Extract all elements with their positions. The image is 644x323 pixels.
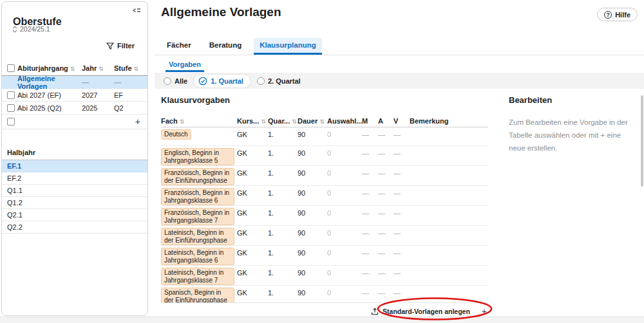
subtab-vorgaben[interactable]: Vorgaben: [166, 59, 204, 72]
fach-chip[interactable]: Lateinisch, Beginn in Jahrgangsklasse 7: [161, 268, 234, 285]
row-checkbox[interactable]: [7, 118, 15, 125]
cell-dauer: 90: [298, 247, 327, 257]
cell-a: —: [378, 287, 393, 297]
filter-label: Filter: [117, 42, 135, 50]
radio-2-quartal[interactable]: 2. Quartal: [257, 77, 301, 85]
cell-quartal: 1.: [268, 267, 298, 277]
cell-v: —: [393, 187, 410, 197]
page-title: Allgemeine Vorlagen: [161, 5, 281, 19]
fach-chip[interactable]: Französisch, Beginn in der Einführungsph…: [161, 168, 234, 185]
sort-icon[interactable]: ⇅: [261, 118, 266, 125]
table-row[interactable]: Lateinisch, Beginn in Jahrgangsklasse 7 …: [161, 266, 488, 286]
table-row[interactable]: Spanisch, Beginn in der Einführungsphase…: [161, 286, 488, 303]
main-content: Allgemeine Vorlagen ? Hilfe Fächer Berat…: [155, 0, 644, 317]
tab-klausurplanung[interactable]: Klausurplanung: [254, 38, 322, 55]
sort-icon[interactable]: ⇅: [70, 66, 75, 72]
tab-bar: Fächer Beratung Klausurplanung: [161, 38, 322, 55]
upload-icon: [371, 308, 379, 315]
cell-m: —: [362, 147, 378, 157]
help-button[interactable]: ? Hilfe: [597, 8, 638, 21]
footer-strip: [0, 317, 644, 323]
collapse-sidebar-icon[interactable]: [132, 6, 142, 14]
cell-m: —: [362, 287, 378, 297]
column-header-stufe[interactable]: Stufe⇅: [114, 64, 147, 72]
column-header-abiturjahrgang[interactable]: Abiturjahrgang⇅: [17, 64, 82, 72]
halbjahr-section: Halbjahr EF.1 EF.2 Q1.1 Q1.2 Q2.1 Q2.2: [2, 149, 147, 234]
cell-dauer: 90: [298, 167, 327, 177]
column-header-v[interactable]: V: [393, 117, 410, 125]
column-header-quartal[interactable]: Quar...⇅: [268, 117, 298, 125]
table-row[interactable]: Französisch, Beginn in der Einführungsph…: [161, 166, 488, 186]
table-row[interactable]: Französisch, Beginn in Jahrgangsklasse 6…: [161, 186, 488, 206]
add-vorgabe-button[interactable]: +: [482, 306, 487, 317]
tab-divider: [155, 55, 644, 55]
halbjahr-item-ef1[interactable]: EF.1: [2, 160, 147, 172]
fach-chip[interactable]: Spanisch, Beginn in der Einführungsphase: [161, 288, 234, 303]
cell-m: —: [362, 167, 378, 177]
cell-bemerkung: [410, 267, 488, 269]
sidebar-add-row: +: [2, 115, 147, 129]
fach-chip[interactable]: Deutsch: [161, 129, 191, 140]
cell-kursart: GK: [237, 287, 268, 297]
table-row[interactable]: Lateinisch, Beginn in Jahrgangsklasse 6 …: [161, 246, 488, 266]
column-header-auswahl[interactable]: Auswahl...: [327, 117, 362, 125]
filter-button[interactable]: Filter: [106, 42, 135, 50]
fach-chip[interactable]: Französisch, Beginn in Jahrgangsklasse 6: [161, 188, 234, 205]
fach-chip[interactable]: Englisch, Beginn in Jahrgangsklasse 5: [161, 148, 234, 165]
column-header-a[interactable]: A: [378, 117, 393, 125]
cell-dauer: 90: [298, 207, 327, 217]
column-header-jahr[interactable]: Jahr⇅: [82, 64, 114, 72]
cell-dauer: 90: [298, 287, 327, 297]
sort-icon[interactable]: ⇅: [99, 66, 104, 72]
cell-quartal: 1.: [268, 287, 298, 297]
table-row[interactable]: Französisch, Beginn in Jahrgangsklasse 7…: [161, 206, 488, 226]
sort-icon[interactable]: ⇅: [292, 118, 297, 125]
cell-dauer: 90: [298, 187, 327, 197]
cell-m: —: [362, 247, 378, 257]
halbjahr-item-q22[interactable]: Q2.2: [2, 221, 147, 234]
row-checkbox[interactable]: [7, 91, 15, 99]
select-all-checkbox[interactable]: [7, 64, 15, 72]
column-header-kursart[interactable]: Kurs...⇅: [237, 117, 268, 125]
halbjahr-item-q12[interactable]: Q1.2: [2, 197, 147, 209]
updown-chevrons-icon: [12, 26, 17, 33]
halbjahr-item-q21[interactable]: Q2.1: [2, 209, 147, 221]
fach-chip[interactable]: Französisch, Beginn in Jahrgangsklasse 7: [161, 208, 234, 225]
column-header-bemerkung[interactable]: Bemerkung: [410, 117, 488, 125]
halbjahr-item-ef2[interactable]: EF.2: [2, 172, 147, 185]
section-title: Klausurvorgaben: [161, 95, 488, 105]
tab-beratung[interactable]: Beratung: [204, 38, 247, 55]
table-row[interactable]: Englisch, Beginn in Jahrgangsklasse 5 GK…: [161, 146, 488, 166]
radio-1-quartal[interactable]: 1. Quartal: [194, 75, 251, 88]
row-checkbox[interactable]: [7, 104, 15, 112]
sidebar-row-abi-2025[interactable]: Abi 2025 (Q2) 2025 Q2: [2, 102, 147, 115]
column-header-dauer[interactable]: Dauer⇅: [298, 117, 327, 125]
sidebar-row-abi-2027[interactable]: Abi 2027 (EF) 2027 EF: [2, 89, 147, 102]
question-circle-icon: ?: [604, 11, 612, 19]
schoolyear-selector[interactable]: 2024/25.1: [12, 25, 50, 33]
sort-icon[interactable]: ⇅: [134, 66, 139, 72]
radio-alle[interactable]: Alle: [164, 77, 187, 85]
radio-icon: [257, 77, 265, 85]
table-row[interactable]: Deutsch GK 1. 90 0 — — —: [161, 127, 488, 146]
fach-chip[interactable]: Lateinisch, Beginn in Jahrgangsklasse 6: [161, 248, 234, 265]
vertical-scrollbar[interactable]: [641, 95, 643, 187]
fach-chip[interactable]: Lateinisch, Beginn in der Einführungspha…: [161, 228, 234, 245]
column-header-fach[interactable]: Fach⇅: [161, 117, 237, 125]
halbjahr-item-q11[interactable]: Q1.1: [2, 185, 147, 197]
table-row[interactable]: Lateinisch, Beginn in der Einführungspha…: [161, 226, 488, 246]
cell-dauer: 90: [298, 267, 327, 277]
cell-bemerkung: [410, 147, 488, 149]
cell-quartal: 1.: [268, 207, 298, 217]
cell-v: —: [393, 147, 410, 157]
sort-icon[interactable]: ⇅: [319, 118, 325, 125]
column-header-m[interactable]: M: [362, 117, 378, 125]
tab-faecher[interactable]: Fächer: [161, 38, 197, 55]
create-standard-templates-button[interactable]: Standard-Vorlagen anlegen: [371, 308, 470, 315]
sidebar-row-allgemeine-vorlagen[interactable]: Allgemeine Vorlagen — —: [2, 76, 147, 89]
radio-icon: [164, 77, 171, 85]
sort-icon[interactable]: ⇅: [180, 118, 185, 125]
cell-v: —: [393, 207, 410, 217]
add-abiturjahrgang-button[interactable]: +: [135, 116, 140, 127]
cell-bemerkung: [410, 207, 488, 209]
